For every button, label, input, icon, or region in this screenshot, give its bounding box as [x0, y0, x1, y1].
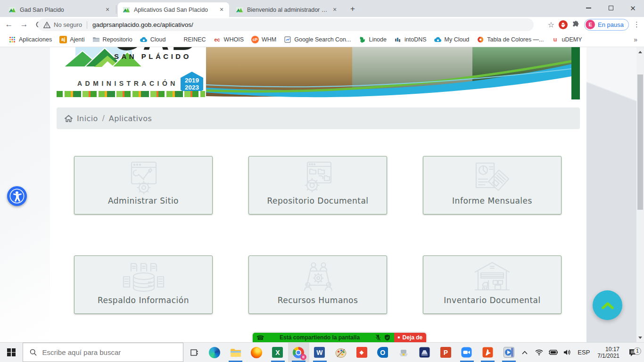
taskbar-app-firefox[interactable]: [246, 343, 267, 362]
card-informe-mensuales[interactable]: Informe Mensuales: [423, 156, 561, 214]
taskbar-app-word[interactable]: W: [309, 343, 330, 362]
taskbar-app-chrome-active[interactable]: E: [288, 343, 309, 362]
tab-close-icon[interactable]: ×: [104, 6, 111, 14]
cloud-icon: [434, 36, 442, 43]
forward-button[interactable]: →: [18, 18, 30, 31]
close-button[interactable]: ✕: [622, 0, 644, 16]
bookmark-search-console[interactable]: Google Search Con...: [280, 34, 355, 45]
search-input[interactable]: [42, 348, 165, 356]
tab-close-icon[interactable]: ×: [218, 6, 225, 14]
taskbar: X E W ◆ O P: [0, 342, 644, 362]
taskbar-app-diamond[interactable]: ◆: [351, 343, 372, 362]
extensions-puzzle-icon[interactable]: [572, 21, 580, 29]
battery-icon[interactable]: [547, 350, 559, 355]
adblock-hand-icon[interactable]: [559, 20, 568, 29]
apps-grid-icon: [8, 36, 16, 43]
breadcrumb-home-link[interactable]: Inicio: [77, 114, 98, 123]
grass-pattern: [57, 91, 205, 97]
chrome-profile-badge: E: [300, 354, 306, 360]
hand-glyph: [561, 22, 566, 27]
card-administrar-sitio[interactable]: Administrar Sitio: [74, 156, 213, 214]
bookmark-repositorio[interactable]: Repositorio: [88, 34, 136, 45]
bookmark-aplicaciones[interactable]: Aplicaciones: [5, 34, 56, 45]
bookmark-linode[interactable]: Linode: [355, 34, 390, 45]
wifi-icon[interactable]: [533, 349, 545, 355]
stop-sharing-button[interactable]: ■ Deja de: [394, 333, 426, 342]
clock-time: 10:17: [597, 346, 619, 353]
document-repository-icon: [294, 160, 341, 195]
scrollbar-up-arrow[interactable]: [636, 48, 644, 56]
term-start: 2019: [185, 77, 199, 84]
taskbar-app-powerpoint[interactable]: P: [435, 343, 456, 362]
speaker-icon[interactable]: [561, 349, 573, 355]
security-label[interactable]: No seguro: [54, 21, 82, 28]
bookmark-whois[interactable]: ec WHOIS: [210, 34, 248, 45]
taskbar-app-outlook[interactable]: O: [372, 343, 393, 362]
data-backup-icon: [120, 260, 167, 295]
clock-date: 7/1/2021: [597, 353, 619, 359]
notification-count-badge: 1: [634, 347, 641, 355]
taskbar-search[interactable]: [23, 343, 184, 362]
bookmark-reinec[interactable]: REINEC: [169, 34, 209, 45]
language-indicator[interactable]: ESP: [576, 349, 592, 356]
card-respaldo-informacion[interactable]: Respaldo Información: [74, 255, 213, 314]
bookmark-cloud[interactable]: Cloud: [136, 34, 170, 45]
taskbar-app-excel[interactable]: X: [267, 343, 289, 362]
gad-logo-favicon: [8, 6, 16, 14]
card-inventario-documental[interactable]: Inventario Documental: [423, 255, 561, 314]
home-icon[interactable]: [64, 115, 73, 123]
taskbar-app-pdf[interactable]: [477, 343, 498, 362]
tab-bienvenido[interactable]: Bienvenido al administrador de I ×: [231, 2, 342, 17]
card-label: Inventario Documental: [444, 296, 540, 305]
new-tab-button[interactable]: +: [347, 4, 358, 15]
scroll-to-top-button[interactable]: [593, 290, 622, 320]
bookmark-label: REINEC: [183, 36, 206, 43]
profile-button[interactable]: E En pausa: [584, 19, 629, 31]
start-button[interactable]: [0, 343, 23, 362]
taskbar-app-file-explorer[interactable]: [225, 343, 246, 362]
taskbar-app-utility[interactable]: [393, 343, 414, 362]
bookmark-my-cloud[interactable]: My Cloud: [430, 34, 473, 45]
bookmark-ajenti[interactable]: aj Ajenti: [56, 34, 88, 45]
mic-muted-icon[interactable]: [375, 334, 381, 341]
maximize-button[interactable]: [600, 0, 622, 16]
bookmark-udemy[interactable]: u uDEMY: [548, 34, 586, 45]
bookmark-star-icon[interactable]: ☆: [548, 20, 554, 29]
accessibility-widget-button[interactable]: [7, 186, 27, 206]
linode-icon: [358, 36, 366, 43]
intodns-icon: [394, 36, 402, 43]
bookmark-intodns[interactable]: intoDNS: [390, 34, 430, 45]
notification-center-button[interactable]: 1: [625, 348, 641, 357]
url-text[interactable]: gadprsanplacido.gob.ec/aplicativos/: [92, 21, 193, 28]
scrollbar-down-arrow[interactable]: [636, 334, 644, 341]
card-recursos-humanos[interactable]: Recursos Humanos: [248, 255, 387, 314]
bookmark-tabla-colores[interactable]: Tabla de Colores —...: [473, 34, 547, 45]
scrollbar-thumb[interactable]: [637, 74, 643, 210]
minimize-button[interactable]: [578, 0, 600, 16]
browser-menu-icon[interactable]: ⋮: [633, 20, 640, 29]
card-repositorio-documental[interactable]: Repositorio Documental: [248, 156, 387, 214]
card-label: Administrar Sitio: [108, 196, 179, 206]
site-maintenance-icon: [120, 160, 167, 195]
tab-aplicativos-active[interactable]: Aplicativos Gad San Placido ×: [118, 2, 229, 17]
taskbar-app-scanner[interactable]: [414, 343, 436, 362]
tray-chevron-up-icon[interactable]: [519, 351, 530, 354]
bookmarks-overflow-chevron[interactable]: »: [634, 36, 637, 43]
task-view-button[interactable]: [183, 343, 204, 362]
udemy-icon: u: [552, 36, 559, 43]
page-scrollbar[interactable]: [636, 47, 644, 342]
taskbar-app-edge[interactable]: [204, 343, 225, 362]
excel-icon: X: [272, 347, 283, 358]
tab-gad-san-placido[interactable]: Gad San Placido ×: [4, 2, 115, 17]
shield-check-icon[interactable]: [384, 334, 390, 341]
blank-favicon: [173, 36, 181, 43]
taskbar-app-media-player[interactable]: [498, 343, 520, 362]
browser-toolbar: ← → No seguro gadprsanplacido.gob.ec/apl…: [0, 17, 644, 32]
bookmark-whm[interactable]: cP WHM: [248, 34, 280, 45]
taskbar-clock[interactable]: 10:17 7/1/2021: [594, 346, 622, 359]
taskbar-app-zoom[interactable]: [456, 343, 478, 362]
back-button[interactable]: ←: [3, 18, 15, 31]
address-bar[interactable]: No seguro gadprsanplacido.gob.ec/aplicat…: [38, 18, 534, 31]
taskbar-app-paint[interactable]: [330, 343, 351, 362]
tab-close-icon[interactable]: ×: [331, 6, 339, 14]
